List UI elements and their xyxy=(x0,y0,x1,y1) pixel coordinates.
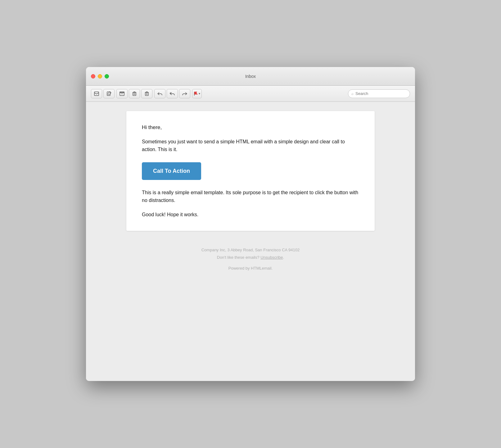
flag-dropdown-icon: ▾ xyxy=(199,92,200,95)
svg-rect-1 xyxy=(107,92,110,96)
footer-address: Company Inc, 3 Abbey Road, San Francisco… xyxy=(111,246,390,253)
unsubscribe-suffix: . xyxy=(283,255,284,260)
reply-group xyxy=(154,89,190,98)
email-body: This is a really simple email template. … xyxy=(142,189,359,204)
flag-button[interactable]: ▾ xyxy=(192,89,202,98)
unsubscribe-prefix: Don't like these emails? xyxy=(217,255,261,260)
delete-button[interactable] xyxy=(129,89,140,98)
compose-button[interactable] xyxy=(103,89,115,98)
email-footer: Company Inc, 3 Abbey Road, San Francisco… xyxy=(105,240,396,277)
app-window: Inbox xyxy=(86,67,415,381)
email-closing: Good luck! Hope it works. xyxy=(142,211,359,219)
search-box[interactable]: ⌕ xyxy=(348,89,410,98)
search-input[interactable] xyxy=(355,91,407,96)
footer-unsubscribe: Don't like these emails? Unsubscribe. xyxy=(111,254,390,261)
cta-button[interactable]: Call To Action xyxy=(142,162,201,180)
footer-powered: Powered by HTMLemail. xyxy=(111,266,390,271)
forward-button[interactable] xyxy=(179,89,190,98)
email-intro: Sometimes you just want to send a simple… xyxy=(142,138,359,154)
maximize-button[interactable] xyxy=(105,74,109,78)
minimize-button[interactable] xyxy=(98,74,102,78)
email-greeting: Hi there, xyxy=(142,123,359,132)
compose-group xyxy=(91,89,115,98)
archive-button[interactable] xyxy=(116,89,128,98)
junk-button[interactable] xyxy=(141,89,152,98)
reply-button[interactable] xyxy=(154,89,165,98)
manage-group xyxy=(116,89,152,98)
titlebar: Inbox xyxy=(86,67,415,86)
email-card: Hi there, Sometimes you just want to sen… xyxy=(126,111,375,231)
traffic-lights xyxy=(91,74,109,78)
toolbar: ▾ ⌕ xyxy=(86,86,415,102)
inbox-button[interactable] xyxy=(91,89,102,98)
reply-all-button[interactable] xyxy=(167,89,178,98)
svg-rect-0 xyxy=(94,92,99,96)
unsubscribe-link[interactable]: Unsubscribe xyxy=(260,255,283,260)
window-title: Inbox xyxy=(245,74,256,79)
content-area: Hi there, Sometimes you just want to sen… xyxy=(86,102,415,381)
close-button[interactable] xyxy=(91,74,95,78)
search-icon: ⌕ xyxy=(351,92,354,96)
